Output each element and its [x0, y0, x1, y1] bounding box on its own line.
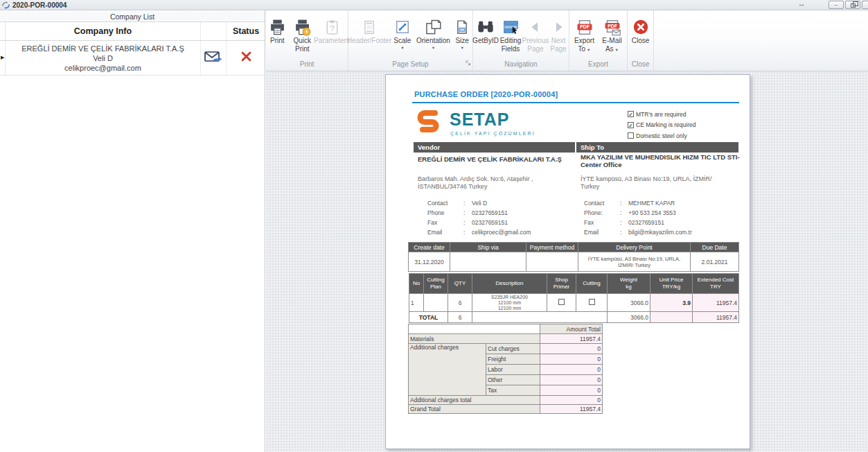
payment-method-value: [526, 252, 578, 272]
summary-table: Amount Total Materials 11957.4 Additiona…: [408, 324, 603, 414]
item-unit-price: 3.9: [650, 294, 693, 312]
orientation-button[interactable]: Orientation ▼: [415, 17, 452, 60]
restore-button[interactable]: [845, 1, 860, 9]
create-date-value: 31.12.2020: [409, 252, 450, 272]
orientation-icon: [425, 17, 442, 37]
total-extended-cost: 11957.4: [693, 312, 739, 323]
ship-to-name-line1: MKA YAZILIM VE MUHENDISLIK HIZM TIC LTD …: [581, 153, 740, 161]
ship-via-value: [450, 252, 526, 272]
print-button[interactable]: Print: [266, 17, 289, 60]
vendor-contact-value: Veli D: [472, 200, 487, 207]
item-no: 1: [409, 294, 424, 312]
ribbon-group-page-setup: Header/Footer Scale ▼ Orientation ▼: [348, 10, 473, 71]
export-pdf-icon: PDF: [576, 17, 593, 37]
company-row[interactable]: ▶ EREĞLİ DEMİR VE ÇELİK FABRİKALARI T.A.…: [0, 41, 265, 76]
group-label-page-setup: Page Setup: [348, 60, 472, 71]
other-value: 0: [540, 375, 603, 385]
export-to-button[interactable]: PDF Export To▼: [571, 17, 599, 60]
svg-text:PDF: PDF: [580, 24, 590, 29]
size-button[interactable]: Size ▼: [452, 17, 472, 60]
window-title: 2020-POR-00004: [12, 1, 67, 9]
vendor-name: EREĞLİ DEMİR VE ÇELİK FABRİKALARI T.A.Ş: [418, 155, 574, 163]
parameters-icon: ?: [324, 17, 340, 37]
additional-charges-label: Additional charges: [409, 344, 486, 396]
current-row-marker-icon: ▶: [1, 55, 4, 60]
header-footer-icon: [362, 17, 377, 37]
vendor-section-header: Vendor: [414, 142, 575, 153]
ship-contact-value: MEHMET KAPAR: [628, 200, 675, 207]
ship-to-name-line2: Center Office: [581, 161, 622, 168]
parameters-button: ? Parameters: [316, 17, 348, 60]
tax-label: Tax: [486, 385, 540, 396]
ship-email-value: bilgi@mkayazilim.com.tr: [628, 229, 692, 236]
checkbox-icon: ✓: [628, 122, 634, 128]
items-total-row: TOTAL 6 3066.0 11957.4: [409, 312, 739, 323]
status-header[interactable]: Status: [233, 26, 259, 36]
ribbon-group-navigation: GetByID Editing Fields Previous Page Nex…: [473, 10, 569, 71]
send-email-icon[interactable]: [204, 50, 222, 67]
total-label: TOTAL: [409, 312, 448, 323]
materials-value: 11957.4: [540, 334, 603, 344]
quick-printer-icon: [294, 17, 311, 37]
resize-icon: ↔: [798, 0, 805, 8]
company-info-cell: EREĞLİ DEMİR VE ÇELİK FABRİKALARI T.A.Ş …: [6, 41, 201, 75]
title-bar: 2020-POR-00004 ↔ – ✕: [0, 0, 868, 10]
item-weight: 3066.0: [608, 294, 650, 312]
freight-label: Freight: [486, 354, 540, 365]
additional-total-value: 0: [540, 396, 603, 405]
flag-mtr: ✓ MTR's are required: [628, 109, 696, 120]
item-cutting-plan: [424, 294, 448, 312]
cutting-checkbox-icon: [589, 299, 595, 305]
item-description: S235JR HEA200 12100 mm 12100 mm: [472, 294, 547, 312]
amount-total-header: Amount Total: [540, 324, 603, 334]
report-preview-area[interactable]: PURCHASE ORDER [2020-POR-00004] SETAP ÇE…: [266, 71, 868, 452]
due-date-value: 2.01.2021: [691, 252, 739, 272]
editing-fields-icon: [502, 17, 520, 37]
email-as-button[interactable]: PDF E-Mail As▼: [599, 17, 626, 60]
minimize-button[interactable]: –: [829, 1, 844, 9]
item-qty: 6: [448, 294, 472, 312]
close-button[interactable]: Close: [629, 17, 653, 60]
additional-total-label: Additional charges total: [409, 396, 540, 405]
next-arrow-icon: [551, 17, 565, 37]
ribbon-group-export: PDF Export To▼ PDF E-Mail As▼ Export: [569, 10, 628, 71]
delivery-point-value: İYTE kampüsü, A3 Binası No:19, URLA, İZM…: [578, 252, 691, 272]
flag-domestic-steel: Domestic steel only: [628, 130, 696, 141]
status-failed-icon[interactable]: [240, 51, 252, 65]
company-info-header[interactable]: Company Info: [74, 26, 132, 36]
quick-print-button[interactable]: Quick Print: [289, 17, 316, 60]
ribbon-group-close: Close Close: [628, 10, 654, 71]
title-rule: [412, 102, 739, 103]
shop-primer-checkbox-icon: [558, 299, 565, 305]
group-label-print: Print: [266, 60, 348, 71]
other-label: Other: [486, 375, 540, 385]
ribbon-toolbar: Print Quick Print ? Parameters Print: [266, 10, 868, 71]
item-row: 1 6 S235JR HEA200 12100 mm 12100 mm 3066…: [409, 294, 739, 312]
items-table: No Cutting Plan QTY Description Shop Pri…: [409, 273, 739, 323]
company-email: celikproec@gmail.com: [64, 63, 141, 73]
company-contact: Veli D: [93, 53, 113, 63]
logo-name: SETAP: [450, 110, 510, 130]
vendor-address: Barbaros Mah. Ardıç Sok. No:6, Ataşehir …: [418, 175, 533, 191]
dropdown-arrow-icon: ▼: [460, 46, 463, 51]
get-by-id-button[interactable]: GetByID: [473, 17, 498, 60]
total-weight: 3066.0: [608, 312, 650, 323]
dropdown-arrow-icon: ▼: [587, 48, 590, 52]
setap-logo-icon: [414, 108, 445, 136]
previous-page-button: Previous Page: [523, 17, 548, 60]
freight-value: 0: [540, 354, 603, 365]
flag-ce-marking: ✓ CE Marking is required: [628, 120, 696, 131]
header-footer-button: Header/Footer: [348, 17, 390, 60]
dialog-launcher-icon[interactable]: [466, 56, 471, 69]
vendor-fax-value: 02327659151: [472, 219, 508, 226]
window-controls: – ✕: [829, 1, 868, 9]
editing-fields-button[interactable]: Editing Fields: [498, 17, 523, 60]
close-icon: [632, 17, 649, 37]
ship-fax-value: 02327659151: [628, 219, 664, 226]
close-window-button[interactable]: ✕: [862, 1, 868, 9]
purchase-order-title: PURCHASE ORDER [2020-POR-00004]: [414, 90, 558, 98]
scale-button[interactable]: Scale ▼: [390, 17, 415, 60]
binoculars-icon: [477, 17, 495, 37]
panel-caption: Company List: [0, 11, 265, 22]
materials-label: Materials: [409, 334, 540, 344]
